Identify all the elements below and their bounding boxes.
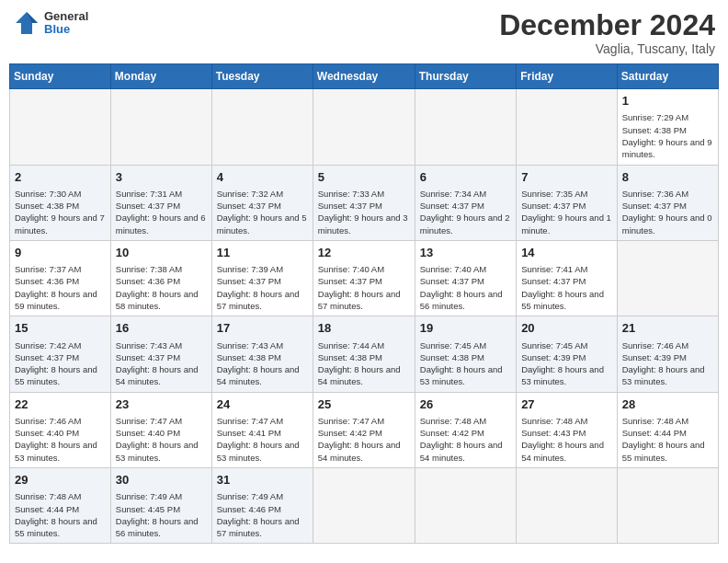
calendar-cell: 21Sunrise: 7:46 AMSunset: 4:39 PMDayligh… — [617, 316, 718, 392]
sunrise-text: Sunrise: 7:41 AM — [521, 263, 612, 275]
sunset-text: Sunset: 4:36 PM — [15, 275, 106, 287]
daylight-text: Daylight: 8 hours and 54 minutes. — [521, 439, 612, 464]
sunrise-text: Sunrise: 7:48 AM — [15, 490, 106, 502]
calendar-cell: 28Sunrise: 7:48 AMSunset: 4:44 PMDayligh… — [617, 392, 718, 467]
calendar-week-row: 15Sunrise: 7:42 AMSunset: 4:37 PMDayligh… — [10, 316, 719, 392]
day-number: 25 — [318, 396, 410, 413]
sunrise-text: Sunrise: 7:45 AM — [420, 339, 511, 351]
day-number: 6 — [420, 169, 511, 186]
daylight-text: Daylight: 9 hours and 6 minutes. — [116, 212, 207, 236]
sunrise-text: Sunrise: 7:36 AM — [622, 188, 713, 200]
sunrise-text: Sunrise: 7:44 AM — [318, 339, 410, 351]
sunset-text: Sunset: 4:37 PM — [521, 200, 612, 212]
day-number: 13 — [420, 245, 511, 261]
calendar-cell: 25Sunrise: 7:47 AMSunset: 4:42 PMDayligh… — [313, 392, 415, 467]
calendar-cell: 19Sunrise: 7:45 AMSunset: 4:38 PMDayligh… — [415, 316, 516, 392]
calendar-cell: 8Sunrise: 7:36 AMSunset: 4:37 PMDaylight… — [617, 165, 718, 240]
calendar-cell — [415, 89, 516, 165]
calendar-cell: 27Sunrise: 7:48 AMSunset: 4:43 PMDayligh… — [517, 392, 618, 467]
day-number: 5 — [318, 169, 410, 186]
sunset-text: Sunset: 4:37 PM — [420, 275, 511, 287]
sunset-text: Sunset: 4:38 PM — [622, 124, 713, 136]
calendar-cell: 11Sunrise: 7:39 AMSunset: 4:37 PMDayligh… — [211, 240, 313, 316]
daylight-text: Daylight: 8 hours and 54 minutes. — [318, 439, 410, 464]
calendar-cell: 6Sunrise: 7:34 AMSunset: 4:37 PMDaylight… — [415, 165, 516, 240]
logo-text: General Blue — [44, 10, 88, 37]
sunset-text: Sunset: 4:39 PM — [622, 351, 713, 363]
logo-icon — [13, 9, 40, 37]
calendar-table: SundayMondayTuesdayWednesdayThursdayFrid… — [9, 63, 719, 544]
sunset-text: Sunset: 4:37 PM — [318, 275, 410, 287]
daylight-text: Daylight: 9 hours and 9 minutes. — [622, 136, 713, 161]
sunrise-text: Sunrise: 7:47 AM — [318, 415, 410, 427]
daylight-text: Daylight: 8 hours and 55 minutes. — [521, 288, 612, 313]
sunrise-text: Sunrise: 7:49 AM — [217, 490, 308, 502]
calendar-cell: 31Sunrise: 7:49 AMSunset: 4:46 PMDayligh… — [211, 468, 313, 544]
day-number: 27 — [521, 396, 612, 413]
day-number: 9 — [15, 245, 106, 261]
sunset-text: Sunset: 4:40 PM — [15, 427, 106, 439]
calendar-week-row: 2Sunrise: 7:30 AMSunset: 4:38 PMDaylight… — [10, 165, 719, 240]
header-day-tuesday: Tuesday — [211, 64, 313, 89]
day-number: 29 — [15, 472, 106, 488]
sunset-text: Sunset: 4:45 PM — [116, 503, 207, 515]
sunset-text: Sunset: 4:37 PM — [521, 275, 612, 287]
day-number: 11 — [217, 245, 308, 261]
day-number: 4 — [217, 169, 308, 186]
calendar-cell — [617, 240, 718, 316]
calendar-cell — [313, 89, 415, 165]
daylight-text: Daylight: 9 hours and 2 minutes. — [420, 212, 511, 236]
daylight-text: Daylight: 8 hours and 54 minutes. — [420, 439, 511, 464]
calendar-cell: 17Sunrise: 7:43 AMSunset: 4:38 PMDayligh… — [211, 316, 313, 392]
sunset-text: Sunset: 4:37 PM — [116, 351, 207, 363]
daylight-text: Daylight: 8 hours and 54 minutes. — [318, 363, 410, 388]
sunrise-text: Sunrise: 7:34 AM — [420, 188, 511, 200]
header-day-monday: Monday — [110, 64, 211, 89]
day-number: 8 — [622, 169, 713, 186]
daylight-text: Daylight: 8 hours and 53 minutes. — [521, 363, 612, 388]
sunrise-text: Sunrise: 7:33 AM — [318, 188, 410, 200]
daylight-text: Daylight: 8 hours and 58 minutes. — [116, 288, 207, 313]
sunset-text: Sunset: 4:37 PM — [420, 200, 511, 212]
header: General Blue December 2024 Vaglia, Tusca… — [9, 9, 719, 56]
day-number: 30 — [116, 472, 207, 488]
sunset-text: Sunset: 4:37 PM — [217, 200, 308, 212]
calendar-body: 1Sunrise: 7:29 AMSunset: 4:38 PMDaylight… — [10, 89, 719, 544]
sunset-text: Sunset: 4:36 PM — [116, 275, 207, 287]
calendar-cell — [313, 468, 415, 544]
calendar-week-row: 29Sunrise: 7:48 AMSunset: 4:44 PMDayligh… — [10, 468, 719, 544]
logo-line2: Blue — [44, 23, 88, 36]
daylight-text: Daylight: 8 hours and 56 minutes. — [420, 288, 511, 313]
day-number: 19 — [420, 320, 511, 337]
day-number: 31 — [217, 472, 308, 488]
daylight-text: Daylight: 9 hours and 5 minutes. — [217, 212, 308, 236]
sunset-text: Sunset: 4:37 PM — [622, 200, 713, 212]
sunset-text: Sunset: 4:38 PM — [420, 351, 511, 363]
sunset-text: Sunset: 4:37 PM — [217, 275, 308, 287]
title-area: December 2024 Vaglia, Tuscany, Italy — [499, 9, 715, 56]
calendar-cell: 10Sunrise: 7:38 AMSunset: 4:36 PMDayligh… — [110, 240, 211, 316]
daylight-text: Daylight: 8 hours and 55 minutes. — [622, 439, 713, 464]
calendar-cell: 9Sunrise: 7:37 AMSunset: 4:36 PMDaylight… — [10, 240, 111, 316]
calendar-header-row: SundayMondayTuesdayWednesdayThursdayFrid… — [10, 64, 719, 89]
calendar-cell: 24Sunrise: 7:47 AMSunset: 4:41 PMDayligh… — [211, 392, 313, 467]
sunset-text: Sunset: 4:42 PM — [420, 427, 511, 439]
sunset-text: Sunset: 4:44 PM — [15, 503, 106, 515]
header-day-friday: Friday — [517, 64, 618, 89]
calendar-cell: 22Sunrise: 7:46 AMSunset: 4:40 PMDayligh… — [10, 392, 111, 467]
calendar-cell — [110, 89, 211, 165]
header-day-thursday: Thursday — [415, 64, 516, 89]
sunset-text: Sunset: 4:38 PM — [15, 200, 106, 212]
day-number: 14 — [521, 245, 612, 261]
sunrise-text: Sunrise: 7:39 AM — [217, 263, 308, 275]
calendar-cell: 7Sunrise: 7:35 AMSunset: 4:37 PMDaylight… — [517, 165, 618, 240]
day-number: 21 — [622, 320, 713, 337]
calendar-cell: 30Sunrise: 7:49 AMSunset: 4:45 PMDayligh… — [110, 468, 211, 544]
day-number: 16 — [116, 320, 207, 337]
calendar-cell — [10, 89, 111, 165]
calendar-cell: 14Sunrise: 7:41 AMSunset: 4:37 PMDayligh… — [517, 240, 618, 316]
calendar-cell: 20Sunrise: 7:45 AMSunset: 4:39 PMDayligh… — [517, 316, 618, 392]
calendar-cell: 29Sunrise: 7:48 AMSunset: 4:44 PMDayligh… — [10, 468, 111, 544]
sunrise-text: Sunrise: 7:49 AM — [116, 490, 207, 502]
calendar-week-row: 1Sunrise: 7:29 AMSunset: 4:38 PMDaylight… — [10, 89, 719, 165]
